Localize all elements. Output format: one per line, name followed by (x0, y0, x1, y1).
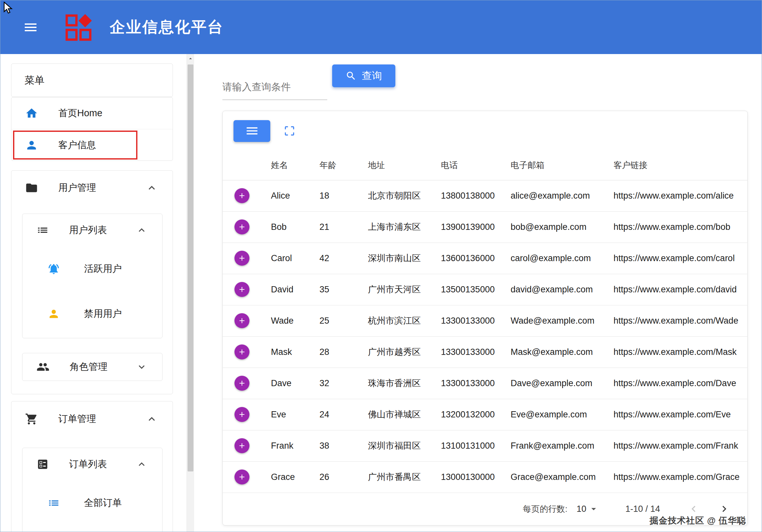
cell-expand (223, 430, 271, 461)
sidebar-item-disabled-users[interactable]: 禁用用户 (23, 291, 162, 336)
sidebar-subgroup-order-list: 订单列表 全部订单 (22, 448, 163, 532)
expand-row-button[interactable] (234, 219, 250, 234)
cell-name: Dave (271, 368, 320, 399)
table-menu-button[interactable] (234, 120, 270, 142)
list-icon (47, 497, 60, 509)
cell-name: Frank (271, 430, 320, 461)
sidebar-item-user-list[interactable]: 用户列表 (23, 214, 162, 247)
cell-link: https://www.example.com/Dave (614, 368, 747, 399)
cell-name: Eve (271, 399, 320, 430)
query-button[interactable]: 查询 (332, 64, 395, 87)
expand-row-button[interactable] (234, 470, 250, 485)
sidebar-item-home[interactable]: 首页Home (11, 97, 173, 129)
sidebar-item-order-list[interactable]: 订单列表 (23, 448, 162, 481)
ballot-icon (37, 458, 49, 471)
table-row[interactable]: Eve 24 佛山市禅城区 13200132000 Eve@example.co… (223, 399, 747, 430)
cell-email: alice@example.com (511, 180, 614, 211)
cell-name: Wade (271, 305, 320, 336)
cell-age: 32 (320, 368, 368, 399)
sidebar-subgroup-role-mgmt: 角色管理 (22, 353, 163, 381)
cell-address: 珠海市香洲区 (368, 368, 441, 399)
column-name: 姓名 (271, 151, 320, 180)
expand-row-button[interactable] (234, 438, 250, 453)
table-row[interactable]: Frank 38 深圳市福田区 13100131000 Frank@exampl… (223, 430, 747, 461)
column-address: 地址 (368, 151, 441, 180)
table-row[interactable]: Dave 32 珠海市香洲区 13300133000 Dave@example.… (223, 368, 747, 399)
cell-name: David (271, 274, 320, 305)
next-page-button[interactable] (718, 503, 730, 515)
cell-address: 北京市朝阳区 (368, 180, 441, 211)
cell-phone: 13200132000 (441, 399, 511, 430)
rows-per-page-select[interactable]: 10 (576, 503, 599, 514)
column-expand (223, 151, 271, 180)
cell-phone: 13300133000 (441, 368, 511, 399)
expand-row-button[interactable] (234, 188, 250, 203)
cell-address: 广州市番禺区 (368, 461, 441, 493)
cell-expand (223, 243, 271, 274)
bell-icon (47, 263, 60, 275)
cell-phone: 13300133000 (441, 305, 511, 336)
cell-address: 广州市越秀区 (368, 336, 441, 368)
sidebar: 菜单 首页Home 客户信息 用户管理 用户列表 (0, 54, 187, 532)
table-row[interactable]: Bob 21 上海市浦东区 13900139000 bob@example.co… (223, 211, 747, 243)
table-header-row: 姓名 年龄 地址 电话 电子邮箱 客户链接 (223, 151, 747, 180)
sidebar-item-label: 禁用用户 (84, 307, 122, 320)
cell-address: 佛山市禅城区 (368, 399, 441, 430)
sidebar-item-active-users[interactable]: 活跃用户 (23, 247, 162, 291)
cell-link: https://www.example.com/Frank (614, 430, 747, 461)
expand-row-button[interactable] (234, 251, 250, 266)
home-icon (25, 107, 38, 120)
people-icon (37, 360, 49, 373)
chevron-up-icon (146, 182, 158, 194)
search-input[interactable] (222, 74, 327, 100)
table-row[interactable]: David 35 广州市天河区 13500135000 david@exampl… (223, 274, 747, 305)
table-row[interactable]: Grace 26 广州市番禺区 13000130000 Grace@exampl… (223, 461, 747, 493)
sidebar-item-label: 活跃用户 (84, 263, 122, 275)
cart-icon (25, 413, 38, 425)
customer-table: 姓名 年龄 地址 电话 电子邮箱 客户链接 Alice 18 北京市朝阳区 1 (223, 151, 747, 493)
cell-age: 35 (320, 274, 368, 305)
sidebar-group-user-mgmt: 用户管理 用户列表 活跃用户 禁用用户 (11, 170, 173, 394)
cell-expand (223, 180, 271, 211)
sidebar-item-label: 全部订单 (84, 496, 122, 509)
expand-row-button[interactable] (234, 282, 250, 297)
expand-row-button[interactable] (234, 407, 250, 422)
sidebar-item-role-mgmt[interactable]: 角色管理 (23, 353, 162, 381)
cell-name: Grace (271, 461, 320, 493)
sidebar-item-user-mgmt[interactable]: 用户管理 (11, 171, 173, 205)
cell-age: 26 (320, 461, 368, 493)
sidebar-scrollbar[interactable] (187, 54, 194, 532)
expand-row-button[interactable] (234, 313, 250, 328)
person-icon (25, 139, 38, 152)
expand-row-button[interactable] (234, 344, 250, 359)
prev-page-button[interactable] (687, 503, 700, 515)
cell-phone: 13100131000 (441, 430, 511, 461)
menu-toggle-button[interactable] (20, 17, 41, 38)
scrollbar-thumb[interactable] (188, 64, 193, 472)
table-row[interactable]: Carol 42 深圳市南山区 13600136000 carol@exampl… (223, 243, 747, 274)
customer-table-card: 姓名 年龄 地址 电话 电子邮箱 客户链接 Alice 18 北京市朝阳区 1 (222, 111, 748, 525)
cell-age: 21 (320, 211, 368, 243)
expand-row-button[interactable] (234, 376, 250, 391)
sidebar-nav-card: 首页Home 客户信息 (11, 97, 173, 161)
watermark: 掘金技术社区 @ 伍华聪 (649, 515, 746, 526)
fullscreen-icon[interactable] (283, 125, 296, 137)
sidebar-item-label: 客户信息 (58, 139, 96, 152)
cell-link: https://www.example.com/bob (614, 211, 747, 243)
sidebar-item-order-mgmt[interactable]: 订单管理 (11, 402, 173, 437)
scrollbar-up-arrow[interactable] (187, 54, 194, 63)
sidebar-item-label: 首页Home (58, 107, 102, 120)
table-row[interactable]: Alice 18 北京市朝阳区 13800138000 alice@exampl… (223, 180, 747, 211)
rows-per-page-value: 10 (576, 504, 586, 514)
cell-expand (223, 211, 271, 243)
chevron-up-icon (136, 224, 147, 236)
cell-link: https://www.example.com/Mask (614, 336, 747, 368)
search-icon (345, 70, 356, 81)
cell-age: 18 (320, 180, 368, 211)
table-row[interactable]: Wade 25 杭州市滨江区 13300133000 Wade@example.… (223, 305, 747, 336)
sidebar-item-customer-info[interactable]: 客户信息 (11, 129, 173, 161)
list-icon (37, 224, 49, 236)
cell-link: https://www.example.com/alice (614, 180, 747, 211)
table-row[interactable]: Mask 28 广州市越秀区 13300133000 Mask@example.… (223, 336, 747, 368)
sidebar-item-all-orders[interactable]: 全部订单 (23, 481, 162, 525)
